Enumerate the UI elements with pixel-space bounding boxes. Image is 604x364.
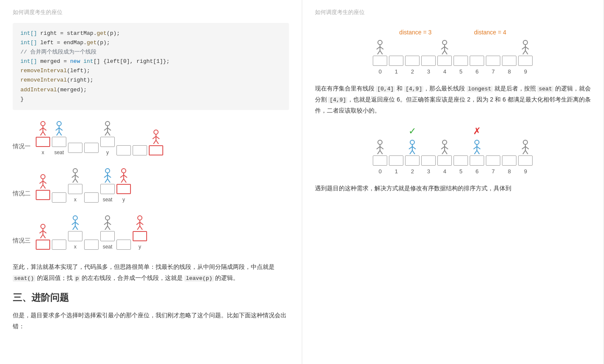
person-icon-blue-check: [406, 139, 418, 154]
person-none: [503, 139, 515, 154]
seat-box: [373, 56, 387, 66]
svg-point-90: [378, 140, 382, 144]
seats-2: x seat y: [36, 167, 131, 203]
seat-row-1: 情况一 x seat: [13, 120, 289, 155]
seat-box: [470, 155, 484, 166]
svg-line-64: [105, 226, 108, 230]
svg-line-65: [108, 226, 110, 230]
seat-box-empty: [68, 143, 82, 153]
left-panel: 如何调度考生的座位 int[] right = startMap.get(p);…: [0, 0, 302, 364]
svg-line-14: [104, 128, 108, 130]
svg-line-28: [40, 185, 43, 189]
person-icon-red: [37, 223, 49, 238]
code-leave: leave(p): [184, 275, 213, 282]
svg-line-92: [377, 147, 380, 149]
svg-line-76: [377, 51, 380, 54]
seat-numbers-top: 0 1 2 3 4 5 6 7 8 9: [373, 68, 533, 75]
seat-box: [502, 155, 516, 166]
check-marks-row: ✓ ✗: [373, 125, 533, 166]
person-icon-blue-cross: [471, 139, 483, 154]
svg-line-21: [156, 136, 159, 139]
svg-point-114: [523, 140, 527, 144]
svg-line-41: [108, 179, 110, 183]
seat-box-empty: [52, 240, 66, 250]
seat-unit: seat: [100, 214, 115, 250]
person-icon-blue: [53, 120, 65, 135]
seat-box-empty: [133, 145, 147, 155]
left-title: 如何调度考生的座位: [13, 8, 289, 16]
svg-line-59: [75, 226, 78, 230]
svg-line-80: [441, 47, 445, 49]
svg-line-81: [445, 47, 448, 49]
seat-box-empty: [84, 143, 99, 153]
svg-line-20: [153, 136, 156, 139]
person-icon-blue: [69, 214, 81, 230]
svg-line-77: [380, 51, 383, 54]
seat-box: [470, 56, 484, 66]
svg-line-62: [104, 222, 108, 225]
person-icon-gray: [439, 139, 451, 154]
seat-unit: [421, 125, 436, 166]
svg-line-112: [474, 150, 477, 154]
svg-line-45: [124, 175, 127, 178]
svg-line-88: [523, 51, 525, 54]
seat-unit: [84, 223, 99, 250]
seat-label: y: [139, 244, 141, 250]
svg-line-110: [474, 147, 477, 149]
person-icon-none: [134, 129, 146, 144]
svg-line-117: [525, 147, 529, 149]
seat-label: y: [106, 150, 109, 155]
seat-unit: ✓: [405, 125, 420, 166]
seat-label: y: [122, 197, 125, 203]
person-icon-gray: [102, 120, 113, 135]
svg-line-33: [75, 175, 79, 178]
svg-point-54: [73, 216, 77, 220]
svg-point-66: [138, 216, 142, 220]
code-04: [0,4]: [376, 86, 395, 92]
svg-line-53: [43, 234, 45, 238]
seat-unit: [454, 39, 468, 66]
person-icon-gray: [69, 167, 81, 183]
seat-unit: [502, 39, 516, 66]
seat-box-empty: [116, 240, 131, 250]
seat-box-red: [36, 240, 50, 250]
person-icon-gray: [519, 139, 531, 154]
seat-unit: [52, 176, 66, 203]
distance-label-1: distance = 3: [399, 29, 431, 36]
svg-line-44: [120, 175, 124, 178]
person-icon-red: [134, 214, 146, 230]
svg-line-10: [57, 132, 59, 135]
person-icon-none: [53, 176, 65, 191]
seat-unit: [373, 39, 387, 66]
seat-box-red: [36, 137, 50, 147]
distance-seats-row: [373, 39, 533, 66]
right-panel: 如何调度考生的座位 distance = 3 distance = 4: [302, 0, 604, 364]
seat-unit: x: [68, 167, 82, 203]
svg-point-72: [378, 40, 382, 45]
seat-numbers-bottom: 0 1 2 3 4 5 6 7 8 9: [373, 168, 533, 175]
svg-line-113: [477, 150, 479, 154]
seat-box-red: [36, 190, 50, 200]
svg-line-99: [412, 147, 416, 149]
seat-unit: [486, 39, 500, 66]
svg-point-24: [41, 175, 45, 179]
svg-line-22: [153, 140, 156, 144]
seats-3: x seat y: [36, 214, 147, 250]
seat-box: [486, 56, 500, 66]
seat-label: x: [42, 150, 44, 155]
svg-line-9: [59, 128, 62, 130]
svg-line-104: [441, 147, 445, 149]
svg-line-68: [136, 222, 140, 225]
seat-unit: [405, 39, 420, 66]
seat-box: [486, 155, 500, 166]
svg-line-57: [75, 222, 79, 225]
seat-box-empty: [68, 184, 82, 194]
seats-1: x seat: [36, 120, 163, 155]
right-para-1: 现在有序集合里有线段 [0,4] 和 [4,9]，那么最长线段 longest …: [315, 83, 591, 116]
person-icon-red: [37, 120, 49, 135]
person-icon-gray: [374, 39, 386, 54]
seat-unit: [116, 129, 131, 155]
seat-unit: [84, 176, 99, 203]
seat-unit: [149, 129, 163, 155]
seat-unit: [437, 39, 452, 66]
